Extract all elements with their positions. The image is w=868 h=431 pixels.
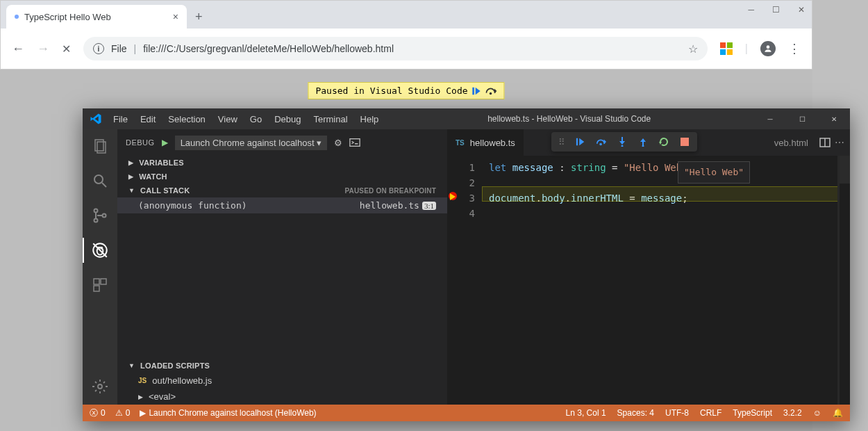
chrome-menu-icon[interactable]: ⋮ bbox=[788, 41, 801, 56]
menu-view[interactable]: View bbox=[212, 111, 243, 127]
split-editor-icon[interactable] bbox=[819, 138, 831, 147]
debug-icon[interactable] bbox=[90, 241, 110, 260]
more-actions-icon[interactable]: ⋯ bbox=[835, 137, 844, 148]
step-over-button[interactable] bbox=[596, 136, 607, 147]
debug-config-dropdown[interactable]: Launch Chrome against localhost ▾ bbox=[175, 136, 328, 150]
site-info-icon[interactable]: i bbox=[93, 43, 104, 54]
toolbar-grip-icon[interactable]: ⠿ bbox=[558, 137, 565, 147]
start-debug-button[interactable]: ▶ bbox=[162, 138, 168, 147]
svg-point-19 bbox=[101, 247, 102, 249]
svg-rect-3 bbox=[727, 49, 733, 55]
vscode-close-icon[interactable]: ✕ bbox=[818, 108, 850, 129]
step-out-button[interactable] bbox=[637, 136, 649, 147]
debug-toolbar[interactable]: ⠿ bbox=[551, 132, 697, 152]
menu-help[interactable]: Help bbox=[355, 111, 385, 127]
svg-rect-25 bbox=[350, 139, 360, 147]
status-errors[interactable]: ⓧ 0 bbox=[90, 407, 106, 419]
extensions-icon[interactable] bbox=[90, 275, 110, 295]
menu-selection[interactable]: Selection bbox=[162, 111, 210, 127]
stop-button[interactable] bbox=[679, 136, 690, 147]
status-indent[interactable]: Spaces: 4 bbox=[617, 408, 654, 418]
status-bell-icon[interactable]: 🔔 bbox=[833, 408, 843, 418]
editor-tab-helloweb-ts[interactable]: TShelloweb.ts bbox=[447, 129, 524, 156]
source-control-icon[interactable] bbox=[90, 206, 110, 225]
tab-title: TypeScript Hello Web bbox=[24, 12, 111, 22]
current-line-highlight bbox=[482, 186, 850, 202]
svg-point-15 bbox=[103, 214, 106, 218]
menu-file[interactable]: File bbox=[108, 111, 133, 127]
continue-button[interactable] bbox=[575, 136, 586, 147]
menu-edit[interactable]: Edit bbox=[135, 111, 161, 127]
windows-logo-icon[interactable] bbox=[720, 42, 733, 55]
status-eol[interactable]: CRLF bbox=[700, 408, 721, 418]
status-feedback-icon[interactable]: ☺ bbox=[813, 408, 821, 418]
back-button[interactable]: ← bbox=[12, 42, 24, 56]
debug-console-icon[interactable] bbox=[349, 138, 360, 147]
svg-rect-37 bbox=[681, 138, 689, 146]
svg-point-24 bbox=[98, 384, 102, 389]
loaded-script-item[interactable]: JSout/helloweb.js bbox=[117, 373, 447, 389]
svg-point-8 bbox=[490, 92, 492, 95]
forward-button[interactable]: → bbox=[37, 42, 49, 56]
svg-marker-31 bbox=[619, 141, 625, 145]
overlay-step-button[interactable] bbox=[486, 87, 497, 95]
status-ts-version[interactable]: 3.2.2 bbox=[783, 408, 802, 418]
callstack-frame[interactable]: (anonymous function) helloweb.ts 3:1 bbox=[117, 197, 447, 213]
svg-point-35 bbox=[642, 145, 644, 147]
url-scheme-label: File bbox=[111, 43, 127, 54]
bookmark-star-icon[interactable]: ☆ bbox=[688, 42, 698, 56]
status-encoding[interactable]: UTF-8 bbox=[665, 408, 689, 418]
menu-terminal[interactable]: Terminal bbox=[308, 111, 353, 127]
close-icon[interactable]: ✕ bbox=[798, 5, 805, 15]
status-warnings[interactable]: ⚠ 0 bbox=[115, 408, 131, 418]
loaded-scripts-section[interactable]: ▼LOADED SCRIPTS bbox=[117, 359, 447, 373]
status-language[interactable]: TypeScript bbox=[733, 408, 772, 418]
editor-tab-html[interactable]: veb.html bbox=[774, 138, 808, 148]
debug-settings-gear-icon[interactable]: ⚙ bbox=[334, 138, 342, 148]
menu-go[interactable]: Go bbox=[244, 111, 267, 127]
code-area[interactable]: let message : string = "Hello Web"; docu… bbox=[482, 156, 850, 405]
explorer-icon[interactable] bbox=[90, 136, 110, 156]
new-tab-button[interactable]: + bbox=[195, 5, 203, 29]
address-bar[interactable]: i File | file:///C:/Users/gregvanl/delet… bbox=[83, 37, 708, 60]
menu-debug[interactable]: Debug bbox=[269, 111, 306, 127]
paused-text: Paused in Visual Studio Code bbox=[315, 86, 467, 96]
minimap[interactable] bbox=[837, 156, 850, 405]
maximize-icon[interactable]: ☐ bbox=[772, 5, 780, 15]
debug-label: DEBUG bbox=[126, 138, 155, 147]
editor-group: TShelloweb.ts ⠿ veb.html ⋯ bbox=[447, 129, 850, 405]
svg-rect-0 bbox=[720, 42, 726, 48]
status-debug-target[interactable]: ▶ Launch Chrome against localhost (Hello… bbox=[140, 408, 316, 418]
svg-rect-2 bbox=[720, 49, 726, 55]
debug-hover-tooltip: "Hello Web" bbox=[678, 161, 750, 184]
status-cursor[interactable]: Ln 3, Col 1 bbox=[566, 408, 606, 418]
svg-marker-34 bbox=[640, 138, 646, 142]
vscode-minimize-icon[interactable]: ─ bbox=[754, 108, 786, 129]
loaded-script-eval[interactable]: ▶<eval> bbox=[117, 389, 447, 405]
debugger-paused-overlay: Paused in Visual Studio Code bbox=[308, 82, 504, 99]
variables-section[interactable]: ▶VARIABLES bbox=[117, 156, 447, 170]
step-into-button[interactable] bbox=[617, 136, 628, 147]
vscode-titlebar: File Edit Selection View Go Debug Termin… bbox=[83, 108, 850, 129]
profile-avatar-icon[interactable] bbox=[760, 41, 776, 56]
svg-point-4 bbox=[767, 45, 770, 49]
browser-tab[interactable]: TypeScript Hello Web × bbox=[6, 5, 187, 29]
svg-marker-36 bbox=[659, 142, 662, 145]
execution-pointer-icon bbox=[450, 193, 456, 200]
close-tab-icon[interactable]: × bbox=[173, 11, 178, 22]
minimize-icon[interactable]: ─ bbox=[748, 5, 754, 15]
search-icon[interactable] bbox=[90, 171, 110, 190]
debug-header: DEBUG ▶ Launch Chrome against localhost … bbox=[117, 129, 447, 156]
watch-section[interactable]: ▶WATCH bbox=[117, 170, 447, 184]
tab-strip: TypeScript Hello Web × + ─ ☐ ✕ bbox=[1, 1, 812, 29]
svg-point-14 bbox=[94, 219, 98, 222]
settings-gear-icon[interactable] bbox=[90, 377, 110, 396]
gutter: 1 2 3 4 bbox=[447, 156, 482, 405]
stop-button[interactable]: ✕ bbox=[62, 42, 71, 56]
code-editor[interactable]: 1 2 3 4 let message : string = "Hello We… bbox=[447, 156, 850, 405]
overlay-resume-button[interactable] bbox=[472, 86, 482, 96]
minimap-slider[interactable] bbox=[840, 156, 850, 184]
restart-button[interactable] bbox=[658, 136, 669, 147]
vscode-maximize-icon[interactable]: ☐ bbox=[786, 108, 818, 129]
callstack-section[interactable]: ▼CALL STACKPAUSED ON BREAKPOINT bbox=[117, 184, 447, 197]
